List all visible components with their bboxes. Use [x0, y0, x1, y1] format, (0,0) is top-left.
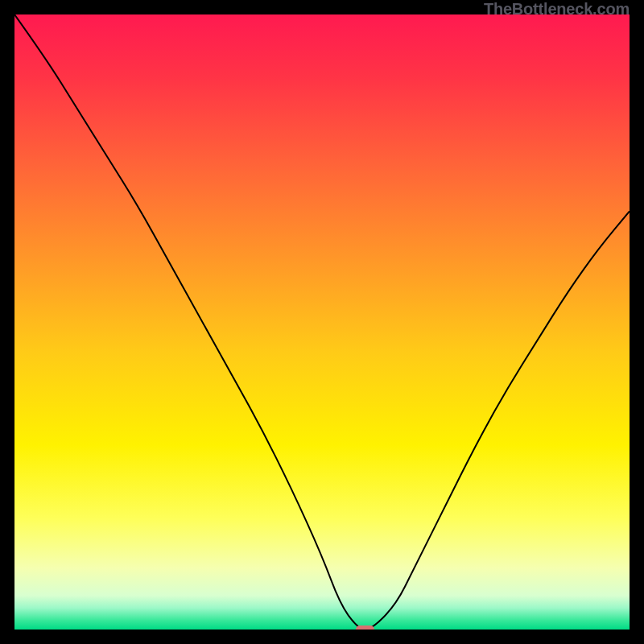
plot-area [14, 14, 630, 630]
optimum-marker [356, 625, 374, 630]
attribution-label: TheBottleneck.com [484, 0, 630, 19]
chart-frame: TheBottleneck.com [0, 0, 644, 644]
bottleneck-curve [14, 14, 630, 630]
